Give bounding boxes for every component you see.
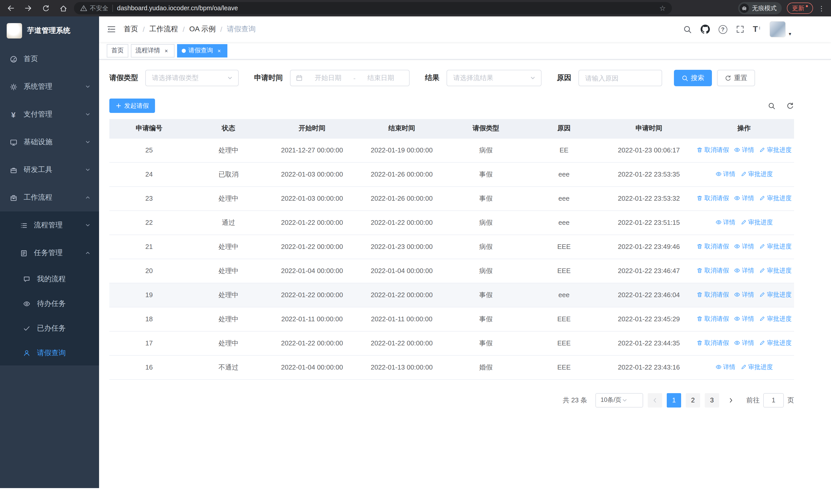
browser-menu-icon[interactable]: ⋮ <box>818 4 825 12</box>
date-range-picker[interactable]: 开始日期 - 结束日期 <box>290 70 409 86</box>
sidebar-item-devtools[interactable]: 研发工具 <box>0 156 99 184</box>
url-text[interactable]: dashboard.yudao.iocoder.cn/bpm/oa/leave <box>117 5 655 12</box>
detail-link[interactable]: 详情 <box>715 218 735 227</box>
user-menu[interactable]: ▼ <box>769 21 792 37</box>
approval-progress-link[interactable]: 审批进度 <box>759 291 792 299</box>
security-label[interactable]: 不安全 <box>90 4 108 12</box>
approval-progress-link[interactable]: 审批进度 <box>759 242 792 251</box>
detail-link[interactable]: 详情 <box>734 194 754 203</box>
detail-link[interactable]: 详情 <box>734 266 754 275</box>
cancel-leave-link[interactable]: 取消请假 <box>696 339 729 348</box>
forward-button[interactable] <box>24 4 33 13</box>
font-size-icon[interactable]: T↕ <box>753 25 761 34</box>
cell-start: 2022-01-04 00:00:00 <box>268 355 356 379</box>
sidebar-item-home[interactable]: 首页 <box>0 45 99 73</box>
approval-progress-link[interactable]: 审批进度 <box>740 363 773 372</box>
breadcrumb-item[interactable]: 首页 <box>124 25 138 34</box>
detail-link[interactable]: 详情 <box>734 315 754 323</box>
cell-status: 处理中 <box>189 138 268 162</box>
reason-input[interactable] <box>578 70 662 86</box>
detail-link[interactable]: 详情 <box>715 363 735 372</box>
sidebar-item-leave-query[interactable]: 请假查询 <box>0 341 99 365</box>
approval-progress-link[interactable]: 审批进度 <box>740 170 773 179</box>
breadcrumb-item[interactable]: 工作流程 <box>149 25 178 34</box>
hamburger-icon[interactable] <box>107 25 116 34</box>
next-page-button[interactable] <box>724 393 738 407</box>
cancel-leave-link[interactable]: 取消请假 <box>696 146 729 154</box>
toggle-search-icon[interactable] <box>768 102 776 110</box>
leave-type-select[interactable]: 请选择请假类型 <box>145 70 239 86</box>
goto-suffix: 页 <box>787 395 794 405</box>
page-button-2[interactable]: 2 <box>686 393 700 407</box>
cancel-leave-link[interactable]: 取消请假 <box>696 242 729 251</box>
sidebar-item-infrastructure[interactable]: 基础设施 <box>0 128 99 156</box>
tab-process-detail[interactable]: 流程详情 × <box>131 44 174 57</box>
sidebar-item-payment[interactable]: ¥ 支付管理 <box>0 100 99 128</box>
page-button-3[interactable]: 3 <box>705 393 719 407</box>
fullscreen-icon[interactable] <box>736 25 744 33</box>
table-header-row: 申请编号 状态 开始时间 结束时间 请假类型 原因 申请时间 操作 <box>109 119 794 138</box>
tab-home[interactable]: 首页 <box>107 44 128 57</box>
address-bar[interactable]: 不安全 dashboard.yudao.iocoder.cn/bpm/oa/le… <box>74 2 672 14</box>
sidebar-item-workflow[interactable]: 工作流程 <box>0 184 99 211</box>
sidebar-item-todo-tasks[interactable]: 待办任务 <box>0 292 99 316</box>
table-row: 16不通过2022-01-04 00:00:002022-01-13 00:00… <box>109 355 794 379</box>
close-icon[interactable]: × <box>216 47 223 54</box>
search-icon[interactable] <box>683 25 692 34</box>
sidebar-item-system[interactable]: 系统管理 <box>0 73 99 100</box>
search-button[interactable]: 搜索 <box>674 70 712 86</box>
approval-progress-link[interactable]: 审批进度 <box>759 315 792 323</box>
home-button[interactable] <box>58 4 68 13</box>
github-icon[interactable] <box>700 25 710 34</box>
incognito-label: 无痕模式 <box>752 4 777 12</box>
top-navbar: 首页 / 工作流程 / OA 示例 / 请假查询 ? T↕ ▼ <box>99 17 831 42</box>
approval-progress-link[interactable]: 审批进度 <box>759 194 792 203</box>
table-row: 24已取消2022-01-03 00:00:002022-01-26 00:00… <box>109 162 794 186</box>
update-button[interactable]: 更新 <box>787 3 813 14</box>
close-icon[interactable]: × <box>163 47 170 54</box>
cell-end: 2022-01-11 00:00:00 <box>356 307 448 331</box>
cell-status: 处理中 <box>189 307 268 331</box>
detail-link[interactable]: 详情 <box>734 146 754 154</box>
refresh-icon[interactable] <box>786 102 794 110</box>
app-logo[interactable]: 芋道管理系统 <box>0 17 99 45</box>
bookmark-star-icon[interactable]: ☆ <box>659 4 666 12</box>
detail-link[interactable]: 详情 <box>715 170 735 179</box>
prev-page-button[interactable] <box>648 393 662 407</box>
detail-link[interactable]: 详情 <box>734 242 754 251</box>
detail-link[interactable]: 详情 <box>734 339 754 348</box>
help-icon[interactable]: ? <box>719 25 727 34</box>
cell-type: 病假 <box>448 210 524 235</box>
cell-id: 20 <box>109 259 189 283</box>
cancel-leave-link[interactable]: 取消请假 <box>696 291 729 299</box>
sidebar-item-my-process[interactable]: 我的流程 <box>0 267 99 292</box>
reset-button[interactable]: 重置 <box>717 70 755 86</box>
cell-reason: EEE <box>524 355 604 379</box>
cancel-leave-link[interactable]: 取消请假 <box>696 315 729 323</box>
back-button[interactable] <box>6 4 16 13</box>
sidebar-item-done-tasks[interactable]: 已办任务 <box>0 316 99 341</box>
sidebar-item-task-management[interactable]: 任务管理 <box>0 239 99 267</box>
cell-actions: 取消请假详情审批进度 <box>694 307 794 331</box>
avatar[interactable] <box>769 21 786 37</box>
sidebar-item-process-management[interactable]: 流程管理 <box>0 211 99 239</box>
breadcrumb-item[interactable]: OA 示例 <box>190 25 216 34</box>
approval-progress-link[interactable]: 审批进度 <box>759 266 792 275</box>
approval-progress-link[interactable]: 审批进度 <box>759 146 792 154</box>
table-row: 23处理中2022-01-03 00:00:002022-01-26 00:00… <box>109 186 794 210</box>
cancel-leave-link[interactable]: 取消请假 <box>696 194 729 203</box>
approval-progress-link[interactable]: 审批进度 <box>759 339 792 348</box>
approval-progress-link[interactable]: 审批进度 <box>740 218 773 227</box>
reload-button[interactable] <box>41 4 50 13</box>
table-row: 18处理中2022-01-11 00:00:002022-01-11 00:00… <box>109 307 794 331</box>
result-select[interactable]: 请选择流结果 <box>447 70 542 86</box>
cell-actions: 详情审批进度 <box>694 355 794 379</box>
column-header: 申请时间 <box>604 119 694 138</box>
page-button-1[interactable]: 1 <box>667 393 681 407</box>
tab-leave-query[interactable]: 请假查询 × <box>177 44 227 57</box>
goto-page-input[interactable] <box>763 393 784 407</box>
cancel-leave-link[interactable]: 取消请假 <box>696 266 729 275</box>
page-size-select[interactable]: 10条/页 <box>595 393 643 407</box>
create-leave-button[interactable]: 发起请假 <box>109 98 155 113</box>
detail-link[interactable]: 详情 <box>734 291 754 299</box>
